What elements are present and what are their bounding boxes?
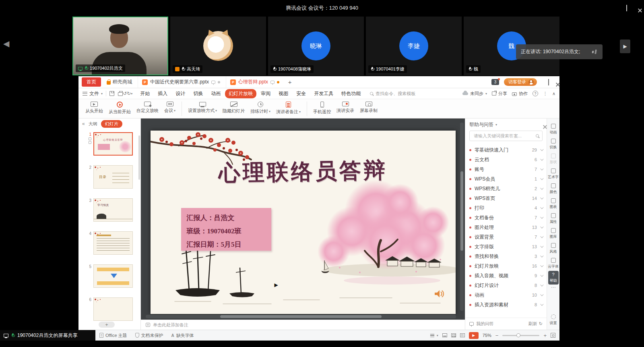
rehearse-timing-button[interactable]: 排练计时▾ bbox=[248, 100, 273, 114]
file-menu[interactable]: 文件 ▾ bbox=[83, 90, 103, 97]
help-topic[interactable]: 幻灯片设计8 bbox=[469, 281, 543, 290]
notification-badge[interactable]: 3 bbox=[491, 79, 499, 85]
horizontal-scrollbar[interactable] bbox=[146, 315, 456, 318]
video-tile[interactable]: 晓琳 19070408蒲晓琳 bbox=[268, 17, 364, 75]
help-topic[interactable]: 插入资源和素材8 bbox=[469, 300, 543, 310]
help-topic[interactable]: 打印4 bbox=[469, 203, 543, 213]
audio-speaker-icon[interactable] bbox=[434, 289, 444, 299]
help-topic[interactable]: 设置背景7 bbox=[469, 232, 543, 242]
zoom-slider[interactable] bbox=[502, 335, 539, 336]
speaker-notes-button[interactable]: 演讲者备注▾ bbox=[273, 100, 303, 115]
scroll-left-arrow-icon[interactable]: ◀ bbox=[3, 39, 9, 48]
menu-features[interactable]: 特色功能 bbox=[338, 89, 364, 98]
rail-style[interactable]: 风格 bbox=[547, 241, 559, 256]
help-topic[interactable]: 云文档6 bbox=[469, 155, 543, 164]
menu-animation[interactable]: 动画 bbox=[207, 89, 224, 98]
new-tab-button[interactable]: + bbox=[285, 79, 295, 85]
slide-title[interactable]: 心理联络员答辩 bbox=[150, 154, 456, 189]
fit-screen-icon[interactable] bbox=[551, 333, 555, 338]
slide-thumbnail-3[interactable]: 3 学习情况 bbox=[83, 198, 140, 222]
print-icon[interactable] bbox=[118, 92, 123, 96]
rail-shapes[interactable]: 形状 bbox=[547, 152, 559, 166]
zoom-out-button[interactable]: − bbox=[495, 332, 499, 339]
help-topic[interactable]: 零基础快速入门29 bbox=[469, 145, 543, 155]
zoom-slider-knob[interactable] bbox=[516, 333, 520, 337]
rail-more-icon[interactable]: ⋯ bbox=[551, 285, 556, 291]
thumbnail-scrollbar[interactable] bbox=[138, 135, 140, 180]
menu-transition[interactable]: 切换 bbox=[190, 89, 206, 98]
theme-status[interactable]: Office 主题 bbox=[99, 332, 127, 339]
help-topic[interactable]: 幻灯片放映16 bbox=[469, 261, 543, 271]
slide-canvas-area[interactable]: 心理联络员答辩 汇报人：吕浩文 班级：19070402班 汇报日期：5月5日 ▶ bbox=[141, 118, 465, 320]
more-menu-icon[interactable]: ⋮ bbox=[543, 91, 547, 96]
menu-design[interactable]: 设计 bbox=[172, 89, 189, 98]
reading-view-icon[interactable] bbox=[460, 333, 465, 337]
rail-properties[interactable]: 属性 bbox=[547, 211, 559, 226]
help-topic[interactable]: 查找和替换3 bbox=[469, 251, 543, 261]
menu-review[interactable]: 审阅 bbox=[257, 89, 274, 98]
menu-slideshow[interactable]: 幻灯片放映 bbox=[225, 89, 256, 98]
command-search[interactable]: 查找命令、搜索模板 bbox=[370, 91, 415, 97]
sync-status[interactable]: 未同步 ▾ bbox=[462, 91, 487, 97]
my-questions-link[interactable]: 我的问答 bbox=[476, 321, 494, 327]
rail-animation[interactable]: 动画 bbox=[547, 122, 559, 137]
undo-icon[interactable]: ↺ bbox=[123, 91, 127, 96]
screen-record-button[interactable]: 屏幕录制 bbox=[357, 100, 380, 114]
lecture-record-button[interactable]: 演讲实录 bbox=[334, 100, 357, 114]
play-from-start-button[interactable]: 从头开始 bbox=[83, 100, 106, 114]
notes-toggle[interactable]: ▾ bbox=[430, 334, 438, 337]
sorter-view-icon[interactable] bbox=[451, 333, 456, 337]
maximize-button[interactable] bbox=[626, 5, 627, 11]
help-icon[interactable]: ? bbox=[533, 91, 538, 96]
menu-view[interactable]: 视图 bbox=[275, 89, 292, 98]
slide-canvas[interactable]: 心理联络员答辩 汇报人：吕浩文 班级：19070402班 汇报日期：5月5日 ▶ bbox=[151, 131, 456, 314]
new-slide-button[interactable]: + bbox=[99, 322, 115, 328]
help-search-box[interactable] bbox=[469, 131, 543, 141]
tab-home[interactable]: 首页 bbox=[82, 77, 101, 87]
rail-cloudfont[interactable]: 云字体 bbox=[547, 256, 559, 271]
doc-tab-active[interactable]: P 心理答辩.pptx bbox=[226, 76, 283, 88]
slide-thumbnail-5[interactable]: 5 bbox=[83, 264, 140, 288]
slide-info-box[interactable]: 汇报人：吕浩文 班级：19070402班 汇报日期：5月5日 bbox=[181, 208, 271, 251]
rail-chart[interactable]: 图表 bbox=[547, 196, 559, 211]
video-tile[interactable]: 李婕 19070401李婕 bbox=[366, 17, 462, 75]
help-topic[interactable]: 账号7 bbox=[469, 164, 543, 174]
help-topic[interactable]: 文档备份7 bbox=[469, 213, 543, 222]
slide-thumbnail-6[interactable]: 6 bbox=[83, 297, 140, 321]
rail-color[interactable]: 颜色 bbox=[547, 181, 559, 196]
help-topic[interactable]: 插入音频、视频9 bbox=[469, 271, 543, 281]
menu-devtools[interactable]: 开发工具 bbox=[310, 89, 337, 98]
slideshow-setup-button[interactable]: 设置放映方式▾ bbox=[185, 100, 220, 114]
collapse-ribbon-icon[interactable]: ∧ bbox=[552, 91, 555, 96]
rail-transition[interactable]: 切换 bbox=[547, 137, 559, 152]
rail-help[interactable]: ?帮助 bbox=[548, 271, 559, 285]
video-tile-speaker[interactable]: 19070402吕浩文 bbox=[72, 17, 168, 75]
video-tile[interactable]: 高天琦 bbox=[170, 17, 266, 75]
meeting-button[interactable]: 会议▾ bbox=[161, 100, 178, 114]
share-button[interactable]: 分享 bbox=[492, 91, 507, 97]
rail-wordart[interactable]: 艺术字 bbox=[547, 166, 559, 181]
play-from-current-button[interactable]: 从当前开始 bbox=[106, 100, 134, 115]
notes-bar[interactable]: 单击此处添加备注 bbox=[141, 320, 465, 330]
menu-insert[interactable]: 插入 bbox=[154, 89, 171, 98]
help-topic[interactable]: 图片处理13 bbox=[469, 222, 543, 232]
tab-outline[interactable]: 大纲 bbox=[89, 121, 97, 127]
missing-fonts-status[interactable]: A 缺失字体 bbox=[171, 332, 194, 339]
zoom-level[interactable]: 75% bbox=[483, 333, 491, 338]
save-icon[interactable] bbox=[109, 91, 114, 96]
tab-slides[interactable]: 幻灯片 bbox=[101, 120, 122, 128]
custom-show-button[interactable]: 自定义放映 bbox=[134, 100, 161, 114]
wps-maximize-button[interactable] bbox=[548, 79, 549, 85]
guest-login-button[interactable]: 访客登录 bbox=[504, 78, 537, 86]
collab-button[interactable]: 协作 bbox=[512, 91, 528, 97]
help-topic[interactable]: WPS稻壳儿2 bbox=[469, 184, 543, 193]
collapse-panel-icon[interactable]: « bbox=[82, 121, 85, 127]
refresh-button[interactable]: 刷新 ↻ bbox=[528, 321, 543, 327]
rail-gallery[interactable]: 图库 bbox=[547, 226, 559, 241]
slide-thumbnail-2[interactable]: 2 目录 bbox=[83, 165, 140, 189]
menu-security[interactable]: 安全 bbox=[293, 89, 310, 98]
help-topic[interactable]: 动画10 bbox=[469, 290, 543, 300]
help-search-input[interactable] bbox=[473, 133, 533, 139]
scroll-right-arrow-icon[interactable]: ▶ bbox=[620, 39, 630, 53]
rail-settings[interactable]: 设置 bbox=[547, 312, 559, 327]
